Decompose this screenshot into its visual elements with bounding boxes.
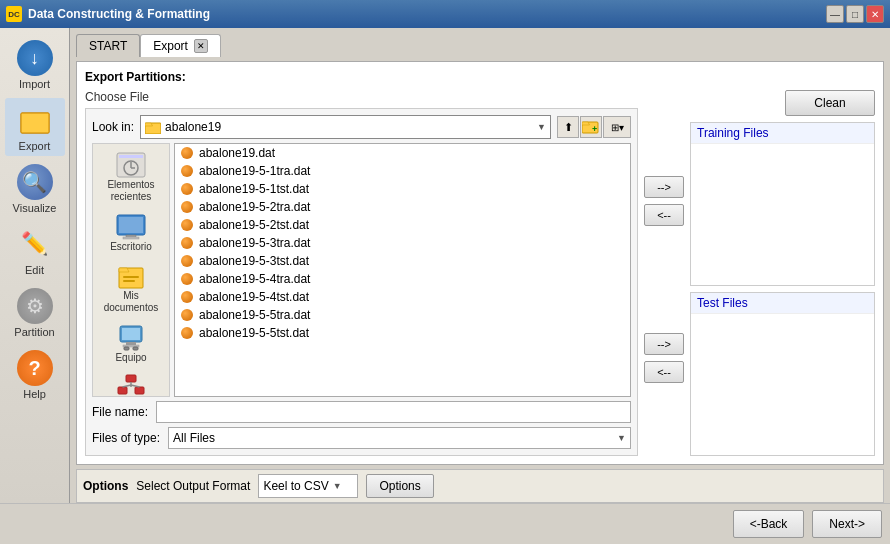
export-partitions-label: Export Partitions:	[85, 70, 875, 84]
sidebar-item-edit[interactable]: Edit	[5, 222, 65, 280]
nav-item-desktop[interactable]: Escritorio	[96, 210, 166, 255]
transfer-from-training-button[interactable]: <--	[644, 204, 684, 226]
file-item-10[interactable]: abalone19-5-5tst.dat	[175, 324, 630, 342]
file-item-6[interactable]: abalone19-5-3tst.dat	[175, 252, 630, 270]
filetype-row: Files of type: All Files ▼	[92, 427, 631, 449]
sidebar-item-visualize[interactable]: Visualize	[5, 160, 65, 218]
transfer-to-training-button[interactable]: -->	[644, 176, 684, 198]
clean-button[interactable]: Clean	[785, 90, 875, 116]
edit-icon	[17, 226, 53, 262]
file-item-9[interactable]: abalone19-5-5tra.dat	[175, 306, 630, 324]
filename-row: File name:	[92, 401, 631, 423]
test-transfer: --> <--	[644, 289, 684, 426]
tab-close-export[interactable]: ✕	[194, 39, 208, 53]
nav-item-recent[interactable]: Elementosrecientes	[96, 148, 166, 206]
training-files-title: Training Files	[691, 123, 874, 143]
nav-label-computer: Equipo	[115, 352, 146, 363]
back-button[interactable]: <-Back	[733, 510, 805, 538]
file-item-7[interactable]: abalone19-5-4tra.dat	[175, 270, 630, 288]
file-icon-3	[181, 201, 193, 213]
tab-bar: START Export ✕	[76, 34, 884, 57]
sidebar-label-partition: Partition	[14, 326, 54, 338]
help-icon	[17, 350, 53, 386]
file-item-2[interactable]: abalone19-5-1tst.dat	[175, 180, 630, 198]
svg-rect-12	[119, 217, 143, 233]
filename-input[interactable]	[156, 401, 631, 423]
svg-line-28	[123, 385, 132, 387]
file-icon-0	[181, 147, 193, 159]
format-label: Select Output Format	[136, 479, 250, 493]
new-folder-button[interactable]: +	[580, 116, 602, 138]
svg-rect-7	[119, 155, 143, 158]
left-nav-panel: Elementosrecientes	[92, 143, 170, 397]
file-item-4[interactable]: abalone19-5-2tst.dat	[175, 216, 630, 234]
options-button[interactable]: Options	[366, 474, 433, 498]
training-transfer: --> <--	[644, 132, 684, 269]
export-icon	[17, 102, 53, 138]
file-item-3[interactable]: abalone19-5-2tra.dat	[175, 198, 630, 216]
sidebar-label-edit: Edit	[25, 264, 44, 276]
file-item-5[interactable]: abalone19-5-3tra.dat	[175, 234, 630, 252]
file-item-0[interactable]: abalone19.dat	[175, 144, 630, 162]
maximize-button[interactable]: □	[846, 5, 864, 23]
sidebar-label-visualize: Visualize	[13, 202, 57, 214]
sidebar-item-partition[interactable]: Partition	[5, 284, 65, 342]
right-column: Clean Training Files Test Files	[690, 90, 875, 456]
nav-item-computer[interactable]: Equipo	[96, 321, 166, 366]
clean-row: Clean	[690, 90, 875, 116]
svg-rect-22	[124, 347, 129, 350]
training-files-list	[691, 143, 874, 285]
computer-icon	[115, 324, 147, 352]
view-options-button[interactable]: ⊞▾	[603, 116, 631, 138]
look-in-row: Look in: abalone19 ▼	[92, 115, 631, 139]
bottom-bar: <-Back Next->	[0, 503, 890, 544]
test-files-title: Test Files	[691, 293, 874, 313]
filetype-value: All Files	[173, 431, 215, 445]
tab-export[interactable]: Export ✕	[140, 34, 221, 57]
file-icon-9	[181, 309, 193, 321]
file-item-1[interactable]: abalone19-5-1tra.dat	[175, 162, 630, 180]
transfer-to-test-button[interactable]: -->	[644, 333, 684, 355]
filetype-dropdown[interactable]: All Files ▼	[168, 427, 631, 449]
nav-up-button[interactable]: ⬆	[557, 116, 579, 138]
svg-rect-17	[123, 280, 135, 282]
next-button[interactable]: Next->	[812, 510, 882, 538]
file-list: abalone19.dat abalone19-5-1tra.dat abalo…	[174, 143, 631, 397]
choose-file-label: Choose File	[85, 90, 638, 104]
tab-start[interactable]: START	[76, 34, 140, 57]
file-icon-10	[181, 327, 193, 339]
import-icon	[17, 40, 53, 76]
svg-rect-20	[126, 342, 136, 345]
nav-item-network[interactable]: Red	[96, 370, 166, 397]
svg-rect-16	[123, 276, 139, 278]
look-in-dropdown-arrow: ▼	[537, 122, 546, 132]
format-value: Keel to CSV	[263, 479, 328, 493]
options-label: Options	[83, 479, 128, 493]
recent-icon	[115, 151, 147, 179]
look-in-label: Look in:	[92, 120, 134, 134]
close-button[interactable]: ✕	[866, 5, 884, 23]
test-files-section: Test Files	[690, 292, 875, 456]
sidebar-item-import[interactable]: Import	[5, 36, 65, 94]
svg-rect-25	[118, 387, 127, 394]
nav-label-desktop: Escritorio	[110, 241, 152, 252]
network-icon	[115, 373, 147, 397]
svg-rect-26	[135, 387, 144, 394]
sidebar-item-help[interactable]: Help	[5, 346, 65, 404]
nav-label-recent: Elementosrecientes	[107, 179, 154, 203]
svg-rect-14	[123, 237, 139, 239]
sidebar-label-export: Export	[19, 140, 51, 152]
sidebar-item-export[interactable]: Export	[5, 98, 65, 156]
nav-item-docs[interactable]: Misdocumentos	[96, 259, 166, 317]
toolbar-icons: ⬆ + ⊞▾	[557, 116, 631, 138]
transfer-from-test-button[interactable]: <--	[644, 361, 684, 383]
nav-label-docs: Misdocumentos	[104, 290, 158, 314]
file-item-8[interactable]: abalone19-5-4tst.dat	[175, 288, 630, 306]
desktop-icon	[115, 213, 147, 241]
sidebar-label-import: Import	[19, 78, 50, 90]
format-dropdown[interactable]: Keel to CSV ▼	[258, 474, 358, 498]
minimize-button[interactable]: —	[826, 5, 844, 23]
visualize-icon	[17, 164, 53, 200]
look-in-dropdown[interactable]: abalone19 ▼	[140, 115, 551, 139]
title-bar: DC Data Constructing & Formatting — □ ✕	[0, 0, 890, 28]
